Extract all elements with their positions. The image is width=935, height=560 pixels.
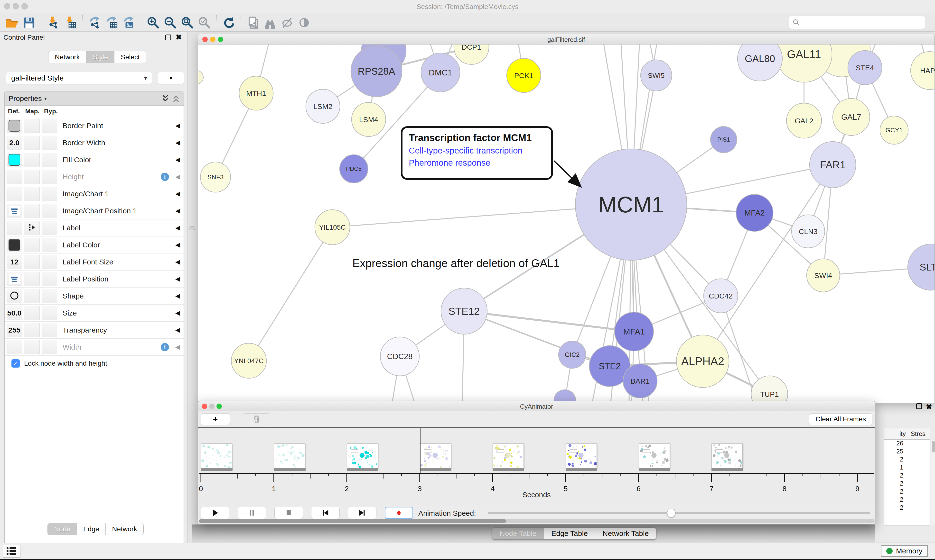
tab-network[interactable]: Network [106,523,143,535]
annotation-link[interactable]: Cell-type-specific transcription [409,146,545,155]
mapping-cell[interactable] [24,187,40,201]
mapping-cell[interactable] [24,306,40,320]
default-value-cell[interactable] [6,272,22,286]
slider-handle[interactable] [667,509,676,517]
default-value-cell[interactable] [6,221,22,235]
expand-row-icon[interactable]: ◀ [175,173,180,180]
close-panel-icon[interactable]: ✖ [176,34,182,41]
tab-style[interactable]: Style [86,51,114,63]
zoom-out-button[interactable] [163,15,177,30]
default-value-cell[interactable]: 50.0 [6,306,22,320]
table-cell[interactable]: 2 [884,496,930,504]
clear-all-frames-button[interactable]: Clear All Frames [809,413,872,425]
expand-row-icon[interactable]: ◀ [175,343,180,351]
memory-button[interactable]: Memory [881,545,928,557]
tab-node[interactable]: Node [48,523,77,535]
frame-thumbnail-3[interactable] [420,443,451,468]
frame-thumbnail-6[interactable] [639,443,670,468]
table-cell[interactable]: 2 [884,488,930,496]
network-window-titlebar[interactable]: galFiltered.sif [198,34,935,45]
property-row-border-paint[interactable]: Border Paint◀ [5,117,184,134]
frame-thumbnail-7[interactable] [711,443,743,468]
table-cell[interactable]: 2 [884,504,930,512]
column-header[interactable]: ity [884,430,906,438]
show-panels-button[interactable] [3,545,20,558]
mapping-cell[interactable] [24,323,40,337]
tab-select[interactable]: Select [114,51,146,63]
bypass-cell[interactable] [42,187,57,201]
checkbox-checked-icon[interactable]: ✓ [11,359,20,368]
search-box[interactable] [789,16,925,29]
table-cell[interactable]: 1 [884,464,930,472]
scrollbar-thumb[interactable] [932,441,935,452]
table-cell[interactable]: 26 [884,440,930,448]
export-table-button[interactable] [105,15,119,30]
mapping-cell[interactable] [24,238,40,252]
expand-row-icon[interactable]: ◀ [175,326,180,334]
expand-row-icon[interactable]: ◀ [175,292,180,300]
bypass-cell[interactable] [42,238,57,252]
mapping-cell[interactable] [24,221,40,235]
import-network-button[interactable] [46,15,60,30]
float-panel-icon[interactable] [916,403,922,409]
bypass-cell[interactable] [42,221,57,235]
frame-thumbnail-2[interactable] [347,443,378,468]
property-row-label-color[interactable]: Label Color◀ [5,237,184,254]
vertical-scrollbar[interactable] [931,440,935,525]
table-cell[interactable]: 2 [884,455,930,464]
bypass-cell[interactable] [42,119,57,133]
cyanimator-titlebar[interactable]: CyAnimator [198,401,875,411]
mapping-cell[interactable] [24,272,40,286]
default-value-cell[interactable] [6,170,22,184]
tab-edge-table[interactable]: Edge Table [544,528,596,539]
tab-network-table[interactable]: Network Table [596,528,656,539]
record-button[interactable] [385,507,413,519]
timeline-area[interactable]: 0123456789 Seconds [198,428,875,506]
mapping-cell[interactable] [24,255,40,269]
bypass-cell[interactable] [42,136,57,150]
tab-network[interactable]: Network [48,51,86,63]
expand-row-icon[interactable]: ◀ [175,309,180,317]
property-row-border-width[interactable]: 2.0Border Width◀ [5,134,184,151]
style-options-button[interactable]: ▾ [158,72,184,85]
divider-handle[interactable] [189,226,195,230]
property-row-size[interactable]: 50.0Size◀ [5,305,184,322]
add-frame-button[interactable]: + [201,413,230,425]
table-cell[interactable]: 2 [884,480,930,488]
bypass-cell[interactable] [42,170,57,184]
property-row-label-font-size[interactable]: 12Label Font Size◀ [5,254,184,271]
export-image-button[interactable] [122,15,136,30]
lock-size-row[interactable]: ✓ Lock node width and height [5,355,184,371]
scrollbar-thumb[interactable] [199,519,506,523]
skip-end-button[interactable] [348,507,376,519]
delete-frame-button[interactable] [243,413,270,425]
tab-edge[interactable]: Edge [77,523,106,535]
network-node-tup1[interactable] [751,376,788,403]
property-row-label-position[interactable]: Label Position◀ [5,271,184,288]
search-network-button[interactable] [263,15,277,30]
bypass-cell[interactable] [42,323,57,337]
close-panel-icon[interactable]: ✖ [926,403,932,411]
search-input[interactable] [802,18,922,26]
frame-thumbnail-5[interactable] [566,443,597,468]
animation-speed-slider[interactable] [488,512,870,514]
info-icon[interactable]: i [161,343,169,351]
float-panel-icon[interactable] [165,35,171,40]
default-value-cell[interactable] [6,204,22,218]
default-value-cell[interactable] [6,289,22,303]
expand-row-icon[interactable]: ◀ [175,275,180,283]
mapping-cell[interactable] [24,153,40,167]
table-cell[interactable]: 2 [884,472,930,480]
bypass-cell[interactable] [42,306,57,320]
horizontal-scrollbar[interactable] [199,519,875,523]
property-row-height[interactable]: Heighti◀ [5,168,184,185]
bypass-cell[interactable] [42,255,57,269]
default-value-cell[interactable] [6,187,22,201]
mapping-cell[interactable] [24,289,40,303]
frame-thumbnail-4[interactable] [492,443,524,468]
export-network-button[interactable] [88,15,102,30]
annotation-link[interactable]: Pheromone response [409,158,545,168]
expand-row-icon[interactable]: ◀ [175,241,180,249]
save-session-button[interactable] [22,15,36,30]
expand-row-icon[interactable]: ◀ [175,258,180,266]
